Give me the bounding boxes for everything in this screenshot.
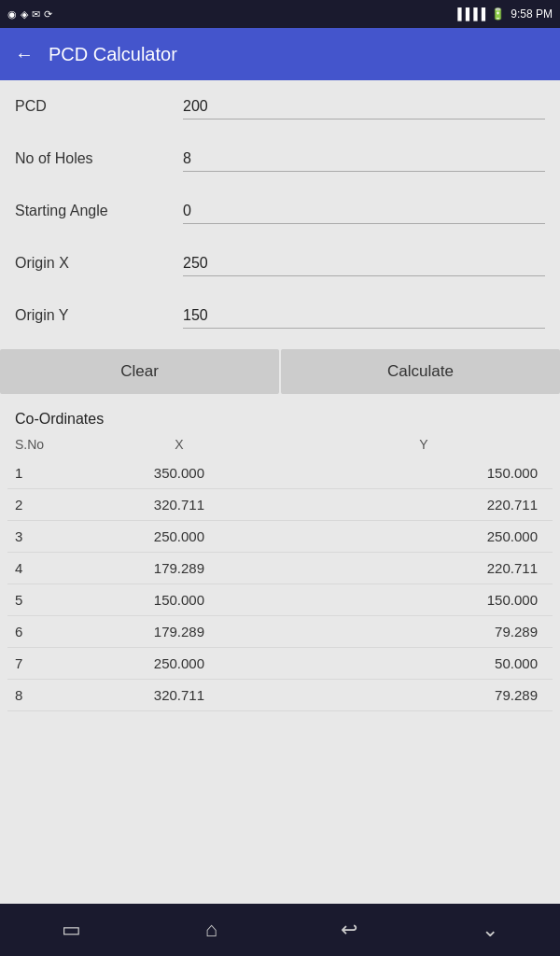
originy-label: Origin Y — [15, 307, 183, 324]
cell-5-1: 179.289 — [63, 616, 295, 648]
home-icon[interactable]: ⌂ — [205, 918, 217, 942]
cell-7-2: 79.289 — [295, 680, 553, 711]
angle-field-row: Starting Angle — [0, 185, 560, 237]
time-display: 9:58 PM — [511, 7, 553, 21]
originx-field-row: Origin X — [0, 237, 560, 289]
holes-input[interactable] — [183, 147, 545, 172]
table-row: 4179.289220.711 — [7, 553, 553, 584]
page-title: PCD Calculator — [49, 44, 177, 65]
sync-icon: ⟳ — [44, 8, 52, 21]
header-sno: S.No — [7, 431, 63, 457]
cell-7-0: 8 — [7, 680, 63, 711]
main-content: PCD No of Holes Starting Angle Origin X … — [0, 80, 560, 904]
cell-6-2: 50.000 — [295, 648, 553, 680]
originx-label: Origin X — [15, 255, 183, 272]
coordinates-table: S.No X Y 1350.000150.0002320.711220.7113… — [7, 431, 553, 711]
title-bar: ← PCD Calculator — [0, 28, 560, 80]
cell-1-1: 320.711 — [63, 489, 295, 521]
cell-3-0: 4 — [7, 553, 63, 584]
cell-4-0: 5 — [7, 584, 63, 616]
clear-button[interactable]: Clear — [0, 349, 279, 394]
email-icon: ✉ — [32, 8, 40, 21]
calculate-button[interactable]: Calculate — [281, 349, 560, 394]
menu-icon[interactable]: ⌄ — [482, 918, 498, 942]
pcd-label: PCD — [15, 98, 183, 115]
cell-4-1: 150.000 — [63, 584, 295, 616]
cell-3-1: 179.289 — [63, 553, 295, 584]
back-nav-icon[interactable]: ↩ — [341, 918, 357, 942]
wifi-icon: ◈ — [21, 8, 28, 21]
table-row: 7250.00050.000 — [7, 648, 553, 680]
cell-1-0: 2 — [7, 489, 63, 521]
table-row: 3250.000250.000 — [7, 521, 553, 553]
pcd-input[interactable] — [183, 94, 545, 120]
cell-1-2: 220.711 — [295, 489, 553, 521]
cell-0-0: 1 — [7, 457, 63, 489]
signal-icon: ▐▐▐▐ — [454, 7, 485, 21]
originx-input[interactable] — [183, 251, 545, 276]
originy-input[interactable] — [183, 303, 545, 329]
angle-input[interactable] — [183, 199, 545, 224]
cell-0-1: 350.000 — [63, 457, 295, 489]
cell-5-0: 6 — [7, 616, 63, 648]
cell-2-0: 3 — [7, 521, 63, 553]
cell-0-2: 150.000 — [295, 457, 553, 489]
table-row: 1350.000150.000 — [7, 457, 553, 489]
table-row: 8320.71179.289 — [7, 680, 553, 711]
cell-6-1: 250.000 — [63, 648, 295, 680]
cell-5-2: 79.289 — [295, 616, 553, 648]
table-row: 2320.711220.711 — [7, 489, 553, 521]
nav-bar: ▭ ⌂ ↩ ⌄ — [0, 904, 560, 956]
table-row: 6179.28979.289 — [7, 616, 553, 648]
cell-2-2: 250.000 — [295, 521, 553, 553]
notification-icon: ◉ — [7, 8, 17, 21]
header-y: Y — [295, 431, 553, 457]
header-x: X — [63, 431, 295, 457]
pcd-field-row: PCD — [0, 80, 560, 133]
battery-icon: 🔋 — [491, 7, 505, 21]
cell-3-2: 220.711 — [295, 553, 553, 584]
holes-field-row: No of Holes — [0, 133, 560, 185]
originy-field-row: Origin Y — [0, 289, 560, 342]
cell-2-1: 250.000 — [63, 521, 295, 553]
coordinates-section-title: Co-Ordinates — [0, 401, 560, 431]
table-header-row: S.No X Y — [7, 431, 553, 457]
coordinates-table-container: S.No X Y 1350.000150.0002320.711220.7113… — [0, 431, 560, 711]
cell-7-1: 320.711 — [63, 680, 295, 711]
holes-label: No of Holes — [15, 150, 183, 167]
status-right: ▐▐▐▐ 🔋 9:58 PM — [454, 7, 553, 21]
action-buttons: Clear Calculate — [0, 342, 560, 401]
cell-6-0: 7 — [7, 648, 63, 680]
table-row: 5150.000150.000 — [7, 584, 553, 616]
status-icons: ◉ ◈ ✉ ⟳ — [7, 8, 52, 21]
back-button[interactable]: ← — [15, 44, 34, 65]
angle-label: Starting Angle — [15, 203, 183, 219]
cell-4-2: 150.000 — [295, 584, 553, 616]
recent-apps-icon[interactable]: ▭ — [62, 918, 81, 942]
status-bar: ◉ ◈ ✉ ⟳ ▐▐▐▐ 🔋 9:58 PM — [0, 0, 560, 28]
